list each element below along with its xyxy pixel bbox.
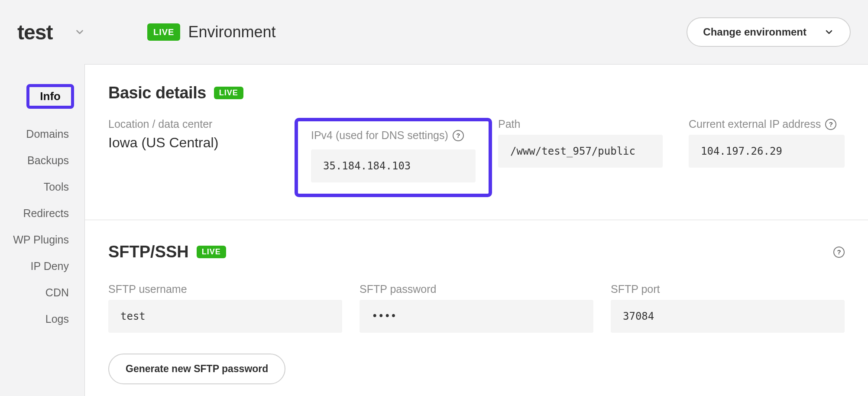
sftp-username-value[interactable]: test [108, 300, 342, 333]
sidebar-item-wp-plugins[interactable]: WP Plugins [0, 227, 84, 253]
sftp-title-row: SFTP/SSH LIVE ? [108, 243, 868, 261]
live-badge: LIVE [147, 23, 180, 41]
sidebar-item-label: Backups [27, 154, 69, 166]
sidebar-item-label: Domains [26, 128, 69, 140]
change-environment-button[interactable]: Change environment [687, 17, 851, 47]
sidebar-item-label: CDN [45, 286, 69, 299]
chevron-down-icon [824, 27, 834, 37]
environment-label: Environment [188, 23, 275, 41]
sidebar-item-tools[interactable]: Tools [0, 174, 84, 200]
sidebar-item-cdn[interactable]: CDN [0, 279, 84, 306]
sidebar-item-info[interactable]: Info [0, 77, 84, 116]
sftp-password-field: SFTP password •••• [360, 283, 593, 333]
sidebar-item-label: Tools [44, 181, 69, 193]
sidebar: Info Domains Backups Tools Redirects WP … [0, 64, 84, 332]
help-icon[interactable]: ? [825, 119, 836, 130]
sftp-password-value[interactable]: •••• [360, 300, 593, 333]
location-value: Iowa (US Central) [108, 135, 295, 151]
sidebar-item-label: IP Deny [31, 260, 69, 272]
path-field: Path /www/test_957/public [498, 118, 689, 168]
main-panel: Basic details LIVE Location / data cente… [84, 64, 868, 396]
ipv4-value[interactable]: 35.184.184.103 [311, 149, 476, 182]
basic-details-title: Basic details [108, 84, 206, 102]
external-ip-label-text: Current external IP address [689, 118, 821, 130]
external-ip-value[interactable]: 104.197.26.29 [689, 135, 845, 168]
help-icon[interactable]: ? [453, 130, 464, 141]
sidebar-item-redirects[interactable]: Redirects [0, 200, 84, 227]
sftp-port-field: SFTP port 37084 [611, 283, 845, 333]
environment-indicator: LIVE Environment [147, 23, 276, 41]
sidebar-item-label: Info [26, 84, 74, 109]
basic-details-grid: Location / data center Iowa (US Central)… [108, 118, 868, 197]
chevron-down-icon [74, 26, 85, 38]
external-ip-label: Current external IP address ? [689, 118, 845, 130]
generate-sftp-password-button[interactable]: Generate new SFTP password [108, 354, 285, 384]
sidebar-item-label: Redirects [23, 207, 69, 219]
path-value[interactable]: /www/test_957/public [498, 135, 663, 168]
site-selector[interactable]: test [17, 20, 126, 44]
ipv4-label-text: IPv4 (used for DNS settings) [311, 129, 448, 142]
sidebar-item-label: Logs [45, 313, 69, 325]
live-badge: LIVE [214, 87, 243, 99]
sftp-username-field: SFTP username test [108, 283, 342, 333]
change-environment-label: Change environment [703, 26, 806, 38]
path-label: Path [498, 118, 689, 130]
sidebar-item-domains[interactable]: Domains [0, 121, 84, 147]
location-label: Location / data center [108, 118, 295, 130]
ipv4-label: IPv4 (used for DNS settings) ? [311, 129, 476, 142]
section-divider [85, 220, 868, 220]
basic-details-title-row: Basic details LIVE [108, 84, 868, 102]
site-name-title: test [17, 20, 52, 44]
help-icon[interactable]: ? [833, 247, 845, 258]
sftp-port-value[interactable]: 37084 [611, 300, 845, 333]
sidebar-item-ip-deny[interactable]: IP Deny [0, 253, 84, 279]
sftp-title: SFTP/SSH [108, 243, 189, 261]
sftp-password-label: SFTP password [360, 283, 593, 295]
location-field: Location / data center Iowa (US Central) [108, 118, 295, 151]
sftp-grid: SFTP username test SFTP password •••• SF… [108, 283, 868, 333]
ipv4-field: IPv4 (used for DNS settings) ? 35.184.18… [295, 118, 498, 197]
page-header: test LIVE Environment Change environment [0, 0, 868, 64]
sidebar-item-logs[interactable]: Logs [0, 306, 84, 332]
ipv4-highlight-box: IPv4 (used for DNS settings) ? 35.184.18… [295, 118, 492, 197]
sidebar-item-backups[interactable]: Backups [0, 147, 84, 174]
sftp-username-label: SFTP username [108, 283, 342, 295]
generate-sftp-password-label: Generate new SFTP password [126, 363, 268, 374]
live-badge: LIVE [197, 246, 226, 258]
sidebar-item-label: WP Plugins [13, 234, 69, 246]
page-layout: Info Domains Backups Tools Redirects WP … [0, 64, 868, 396]
external-ip-field: Current external IP address ? 104.197.26… [689, 118, 845, 168]
sftp-port-label: SFTP port [611, 283, 845, 295]
